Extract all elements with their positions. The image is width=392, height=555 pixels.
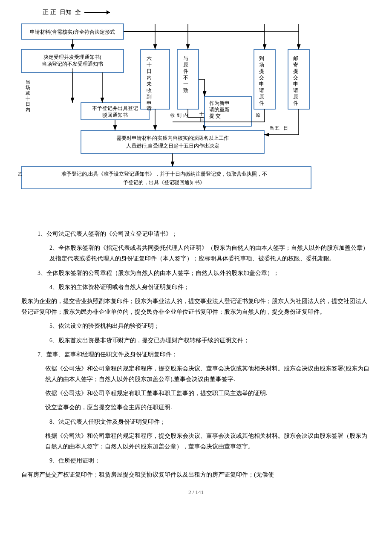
svg-text:当场登记的不发受理通知书: 当场登记的不发受理通知书: [42, 61, 103, 67]
svg-text:请: 请: [259, 87, 264, 93]
svg-rect-81: [21, 167, 311, 189]
svg-text:内: 内: [26, 107, 30, 112]
list-item-9: 9、住所使用证明；: [26, 455, 371, 466]
list-item-2: 2、全体股东签署的《指定代表或者共同委托代理人的证明》（股东为自然人的由本人签字…: [26, 243, 371, 264]
svg-text:请: 请: [293, 87, 298, 93]
svg-text:十: 十: [147, 62, 152, 68]
svg-text:请: 请: [147, 105, 152, 111]
page-number: 2 / 141: [17, 489, 375, 496]
svg-text:原: 原: [183, 62, 188, 68]
svg-text:件: 件: [183, 68, 188, 74]
fc-60days-text: 六: [147, 55, 152, 61]
content-area: 1、公司法定代表人签署的《公司设立登记申请书》； 2、全体股东签署的《指定代表或…: [17, 228, 375, 480]
svg-text:件: 件: [259, 100, 264, 106]
svg-text:请的重新: 请的重新: [209, 107, 230, 113]
content-para-3: 依据《公司法》和公司章程规定有职工董事和职工监事的，提交职工民主选举的证明.: [21, 388, 371, 399]
label-rizhi: 日知: [60, 9, 72, 16]
svg-text:当: 当: [269, 125, 274, 130]
list-item-1: 1、公司法定代表人签署的《公司设立登记申请书》；: [26, 228, 371, 239]
content-list-3: 8、法定代表人任职文件及身份证明复印件；: [21, 416, 371, 427]
svg-text:件: 件: [293, 100, 298, 106]
svg-text:予登记的，出具《登记驳回通知书》: 予登记的，出具《登记驳回通知书》: [123, 179, 205, 185]
svg-text:到: 到: [147, 94, 152, 100]
svg-text:致: 致: [183, 87, 188, 93]
fc-result-text: 准予登记的,出具《准予设立登记通知书》，并于十日内缴纳注册登记费，领取营业执照，…: [61, 171, 267, 177]
svg-text:场: 场: [259, 62, 264, 68]
svg-text:或: 或: [26, 90, 30, 95]
flowchart: 申请材料(含需核实)齐全符合法定形式 决定受理并发受理通知书( 当场登记的不发受…: [17, 20, 375, 224]
fc-label-receive: 收: [170, 113, 175, 118]
arrow-right-icon: [84, 9, 110, 15]
list-item-6: 6、股东首次出资是非货币财产的，提交已办理财产权转移手续的证明文件；: [26, 335, 371, 346]
fc-diff-text: 与: [183, 55, 188, 61]
svg-text:日: 日: [283, 125, 288, 130]
fc-accept-text: 决定受理并发受理通知书(: [43, 54, 101, 60]
svg-text:收: 收: [147, 87, 152, 93]
svg-text:交: 交: [259, 75, 264, 81]
svg-text:原: 原: [256, 113, 260, 118]
svg-text:人员进行,自受理之日起十五日内作出决定: 人员进行,自受理之日起十五日内作出决定: [126, 143, 219, 149]
fc-apply-text: 申请材料(含需核实)齐全符合法定形式: [30, 29, 115, 35]
svg-text:): ): [72, 67, 73, 73]
fc-substantive-text: 需要对申请材料的实质内容核实的派两名以上工作: [116, 135, 229, 141]
fc-label-onsite: 当: [26, 79, 30, 84]
label-zhengzheng: 正 正: [43, 9, 56, 16]
svg-text:提 交: 提 交: [209, 113, 221, 119]
svg-text:驳回通知书: 驳回通知书: [102, 112, 128, 118]
svg-text:交: 交: [293, 75, 298, 81]
svg-text:不: 不: [183, 75, 188, 81]
list-item-7: 7、董事、监事和经理的任职文件及身份证明复印件；: [26, 349, 371, 360]
list-item-3: 3、全体股东签署的公司章程（股东为自然人的由本人签字；自然人以外的股东加盖公章）…: [26, 268, 371, 278]
svg-text:内: 内: [147, 75, 152, 81]
svg-rect-61: [288, 49, 309, 109]
flowchart-svg: 申请材料(含需核实)齐全符合法定形式 决定受理并发受理通知书( 当场登记的不发受…: [17, 20, 375, 224]
content-list-2: 5、依法设立的验资机构出具的验资证明； 6、股东首次出资是非货币财产的，提交已办…: [21, 321, 371, 360]
svg-text:十: 十: [199, 111, 204, 116]
svg-text:内: 内: [183, 113, 188, 118]
svg-text:提: 提: [259, 68, 264, 74]
content-list-1: 1、公司法定代表人签署的《公司设立登记申请书》； 2、全体股东签署的《指定代表或…: [21, 228, 371, 292]
content-para-1: 股东为企业的，提交营业执照副本复印件；股东为事业法人的，提交事业法人登记证书复印…: [21, 296, 371, 317]
content-para-2: 依据《公司法》和公司章程的规定和程序，提交股东会决议、董事会决议或其他相关材料。…: [21, 363, 371, 384]
svg-text:五: 五: [275, 125, 280, 130]
fc-onsite-submit-text: 到: [259, 55, 264, 61]
svg-text:申: 申: [293, 81, 298, 87]
svg-rect-51: [254, 49, 275, 109]
fc-reject-text: 不予登记并出具登记: [92, 105, 138, 111]
svg-text:日: 日: [147, 68, 152, 74]
svg-text:寄: 寄: [293, 62, 298, 68]
content-para-4: 设立监事会的，应当提交监事会主席的任职证明.: [21, 402, 371, 413]
list-item-4: 4、股东的主体资格证明或者自然人身份证明复印件；: [26, 282, 371, 292]
svg-rect-15: [81, 130, 264, 153]
fc-mail-submit-text: 邮: [293, 55, 298, 61]
svg-text:未: 未: [147, 81, 152, 87]
svg-text:原: 原: [293, 94, 298, 100]
svg-text:申: 申: [259, 81, 264, 87]
svg-text:日: 日: [26, 101, 30, 107]
svg-text:十: 十: [26, 96, 30, 101]
svg-rect-19: [141, 49, 170, 109]
content-para-6: 自有房产提交产权证复印件；租赁房屋提交租赁协议复印件以及出租方的房产证复印件；(…: [21, 469, 371, 480]
fc-resubmit-text: 作为新申: [209, 100, 230, 106]
top-label-row: 正 正 日知 全: [17, 9, 375, 16]
svg-text:原: 原: [259, 94, 264, 100]
label-quan: 全: [75, 9, 81, 16]
content-list-4: 9、住所使用证明；: [21, 455, 371, 466]
list-item-5: 5、依法设立的验资机构出具的验资证明；: [26, 321, 371, 331]
svg-text:一: 一: [183, 81, 188, 87]
svg-text:提: 提: [293, 68, 298, 74]
svg-text:乙: 乙: [18, 171, 23, 176]
svg-text:日: 日: [199, 117, 204, 122]
list-item-8: 8、法定代表人任职文件及身份证明复印件；: [26, 416, 371, 427]
svg-text:到: 到: [177, 113, 182, 118]
content-para-5: 根据《公司法》和公司章程的规定和程序，提交股东会决议、董事会决议或其他相关材料。…: [21, 431, 371, 452]
svg-text:场: 场: [25, 85, 30, 90]
